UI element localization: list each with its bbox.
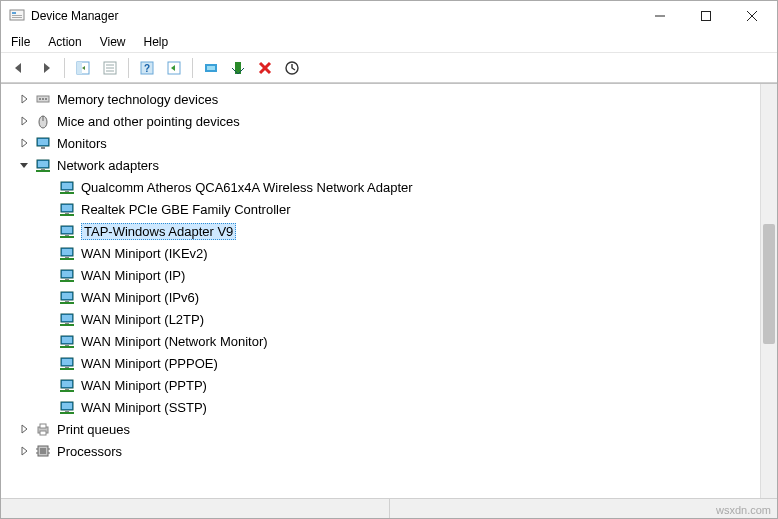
svg-rect-81 [40,424,46,428]
window-title: Device Manager [31,9,637,23]
network-icon [59,223,75,239]
toolbar-sep [128,58,129,78]
network-icon [35,157,51,173]
collapse-icon[interactable] [17,158,31,172]
tree-node[interactable]: WAN Miniport (Network Monitor) [9,330,760,352]
tree-node[interactable]: WAN Miniport (IKEv2) [9,242,760,264]
network-icon [59,399,75,415]
help-button[interactable]: ? [135,56,159,80]
menu-help[interactable]: Help [144,35,169,49]
tree-node[interactable]: Network adapters [9,154,760,176]
vertical-scrollbar[interactable] [760,84,777,498]
svg-rect-41 [62,205,72,211]
status-cell [1,499,390,518]
tree-node-label: Memory technology devices [57,92,218,107]
tree-node-label: WAN Miniport (L2TP) [81,312,204,327]
properties-button[interactable] [98,56,122,80]
expand-icon[interactable] [17,136,31,150]
tree-node[interactable]: Monitors [9,132,760,154]
svg-rect-65 [62,337,72,343]
network-icon [59,333,75,349]
tree-node-label: WAN Miniport (SSTP) [81,400,207,415]
svg-rect-77 [62,403,72,409]
svg-rect-9 [77,62,82,74]
tree-node-label: Network adapters [57,158,159,173]
network-icon [59,311,75,327]
minimize-button[interactable] [637,1,683,31]
svg-rect-33 [38,161,48,167]
tree-node[interactable]: WAN Miniport (IPv6) [9,286,760,308]
expand-icon[interactable] [17,92,31,106]
cpu-icon [35,443,51,459]
watermark: wsxdn.com [716,504,771,516]
back-button[interactable] [7,56,31,80]
menu-file[interactable]: File [11,35,30,49]
tree-node[interactable]: WAN Miniport (IP) [9,264,760,286]
tree-node[interactable]: Processors [9,440,760,462]
svg-rect-26 [45,98,47,100]
mouse-icon [35,113,51,129]
toolbar: ? [1,53,777,83]
toolbar-sep [192,58,193,78]
svg-rect-61 [62,315,72,321]
tree-node[interactable]: WAN Miniport (SSTP) [9,396,760,418]
network-icon [59,355,75,371]
network-icon [59,289,75,305]
menu-view[interactable]: View [100,35,126,49]
tree-node-label: WAN Miniport (Network Monitor) [81,334,268,349]
network-icon [59,267,75,283]
expand-icon[interactable] [17,114,31,128]
statusbar: wsxdn.com [1,498,777,518]
svg-rect-49 [62,249,72,255]
tree-node-label: Realtek PCIe GBE Family Controller [81,202,291,217]
tree-node-label: WAN Miniport (IKEv2) [81,246,208,261]
enable-button[interactable] [226,56,250,80]
svg-rect-25 [42,98,44,100]
svg-rect-37 [62,183,72,189]
svg-rect-30 [38,139,48,145]
show-hide-button[interactable] [71,56,95,80]
tree-node[interactable]: Memory technology devices [9,88,760,110]
tree-container: Memory technology devicesMice and other … [1,83,777,498]
svg-rect-5 [702,12,711,21]
svg-rect-24 [39,98,41,100]
uninstall-button[interactable] [253,56,277,80]
tree-node[interactable]: WAN Miniport (L2TP) [9,308,760,330]
tree-node-label: WAN Miniport (IPv6) [81,290,199,305]
svg-rect-73 [62,381,72,387]
tree-node[interactable]: Mice and other pointing devices [9,110,760,132]
tree-node-label: WAN Miniport (PPPOE) [81,356,218,371]
svg-rect-1 [12,12,16,14]
tree-node[interactable]: WAN Miniport (PPPOE) [9,352,760,374]
svg-rect-84 [40,448,46,454]
maximize-button[interactable] [683,1,729,31]
network-icon [59,377,75,393]
expand-icon[interactable] [17,422,31,436]
forward-button[interactable] [34,56,58,80]
svg-rect-69 [62,359,72,365]
svg-rect-45 [62,227,72,233]
scrollbar-thumb[interactable] [763,224,775,344]
close-button[interactable] [729,1,775,31]
network-icon [59,179,75,195]
expand-icon[interactable] [17,444,31,458]
tree-node[interactable]: TAP-Windows Adapter V9 [9,220,760,242]
tree-node[interactable]: Print queues [9,418,760,440]
memory-icon [35,91,51,107]
svg-rect-53 [62,271,72,277]
update-driver-button[interactable] [199,56,223,80]
network-icon [59,201,75,217]
tree-node-label: WAN Miniport (IP) [81,268,185,283]
tree-node-label: Mice and other pointing devices [57,114,240,129]
svg-rect-18 [207,66,215,70]
titlebar: Device Manager [1,1,777,31]
scan-button[interactable] [162,56,186,80]
menu-action[interactable]: Action [48,35,81,49]
tree-node[interactable]: WAN Miniport (PPTP) [9,374,760,396]
svg-rect-57 [62,293,72,299]
scan-hardware-button[interactable] [280,56,304,80]
app-icon [9,8,25,24]
tree-node[interactable]: Realtek PCIe GBE Family Controller [9,198,760,220]
tree-node[interactable]: Qualcomm Atheros QCA61x4A Wireless Netwo… [9,176,760,198]
device-tree[interactable]: Memory technology devicesMice and other … [1,84,760,498]
